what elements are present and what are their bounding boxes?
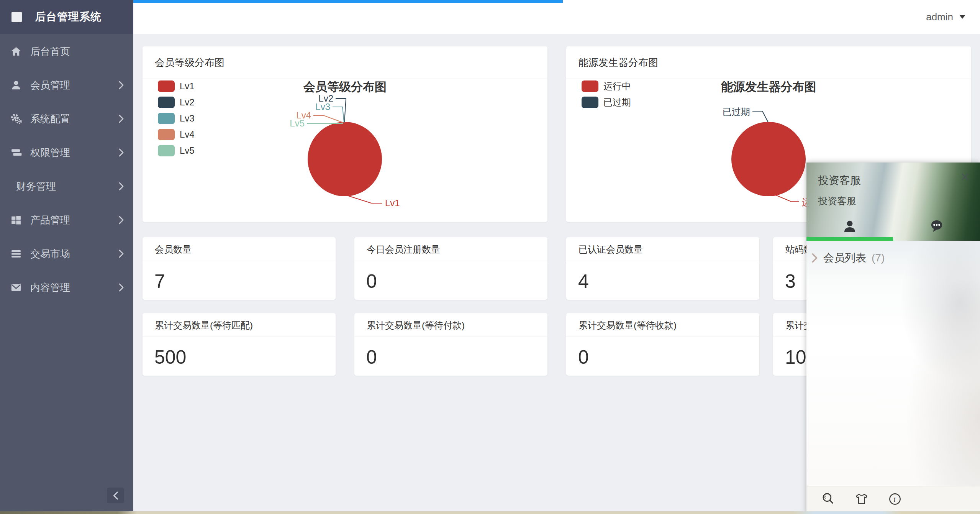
legend-item[interactable]: 已过期	[582, 97, 631, 108]
chevron-right-icon	[118, 182, 124, 191]
customer-service-widget: 投资客服 投资客服 × 会员列表 (7)	[806, 163, 980, 514]
sidebar-item-permissions[interactable]: 权限管理	[0, 136, 133, 169]
stat-card-today-registered: 今日会员注册数量 0	[354, 237, 547, 300]
close-icon[interactable]: ×	[961, 169, 969, 184]
stat-value: 0	[354, 337, 547, 368]
stat-card-trades-receiving: 累计交易数量(等待收款) 0	[566, 313, 759, 376]
chevron-right-icon	[118, 80, 124, 90]
person-icon	[842, 218, 858, 234]
dashboard-screen: admin 后台管理系统 后台首页 会员管理	[0, 0, 980, 514]
card-title: 会员等级分布图	[143, 46, 547, 79]
legend-item[interactable]: 运行中	[582, 80, 631, 92]
member-list-count: (7)	[872, 252, 885, 264]
active-tab-indicator	[806, 237, 893, 241]
legend-swatch	[582, 80, 598, 92]
legend-item[interactable]: Lv4	[158, 129, 195, 140]
legend-swatch	[158, 97, 175, 108]
card-title: 能源发生器分布图	[566, 46, 971, 79]
chevron-right-icon	[118, 215, 124, 225]
home-icon	[10, 46, 23, 57]
stat-value: 0	[566, 337, 759, 368]
pie-label: Lv5	[290, 118, 305, 129]
shirt-icon[interactable]	[853, 491, 870, 507]
user-dropdown[interactable]: admin	[926, 0, 965, 34]
mail-icon	[10, 282, 23, 293]
member-list-label: 会员列表	[823, 251, 866, 265]
bottom-edge-strip	[0, 511, 980, 514]
legend-swatch	[158, 145, 175, 156]
tab-contacts[interactable]	[806, 215, 893, 237]
legend-swatch	[158, 129, 175, 140]
app-title: 后台管理系统	[35, 10, 102, 24]
windows-icon	[10, 214, 23, 226]
loading-progress-bar	[133, 0, 563, 3]
info-icon[interactable]: i	[887, 491, 903, 507]
stat-card-members: 会员数量 7	[143, 237, 336, 300]
sidebar: 后台管理系统 后台首页 会员管理	[0, 0, 133, 514]
member-list-toggle[interactable]: 会员列表 (7)	[811, 251, 885, 265]
username: admin	[926, 11, 953, 23]
sidebar-collapse-button[interactable]	[107, 488, 124, 503]
sidebar-item-members[interactable]: 会员管理	[0, 68, 133, 102]
chat-subtitle: 投资客服	[818, 195, 856, 207]
legend-swatch	[158, 80, 175, 92]
legend-swatch	[158, 113, 175, 124]
pie-label: Lv3	[315, 102, 330, 112]
stat-card-trades-paying: 累计交易数量(等待付款) 0	[354, 313, 547, 376]
pie-label: 已过期	[723, 106, 750, 118]
chevron-left-icon	[113, 491, 119, 500]
chat-bubble-icon	[928, 218, 945, 234]
sidebar-menu: 后台首页 会员管理 系统配置	[0, 34, 133, 304]
chat-title: 投资客服	[818, 173, 861, 188]
legend-item[interactable]: Lv2	[158, 97, 195, 108]
caret-down-icon	[959, 15, 965, 19]
chevron-right-icon	[118, 283, 124, 292]
sidebar-item-market[interactable]: 交易市场	[0, 237, 133, 271]
chevron-right-icon	[118, 249, 124, 258]
pie-label: Lv1	[385, 198, 400, 209]
stat-value: 500	[143, 337, 336, 368]
chevron-right-icon	[811, 253, 818, 263]
legend-item[interactable]: Lv1	[158, 80, 195, 92]
chevron-right-icon	[118, 114, 124, 123]
legend-item[interactable]: Lv5	[158, 145, 195, 156]
chevron-right-icon	[118, 148, 124, 157]
menu-bars-icon	[10, 248, 23, 259]
sidebar-item-finance[interactable]: 财务管理	[0, 169, 133, 203]
stat-value: 4	[566, 261, 759, 292]
legend-item[interactable]: Lv3	[158, 113, 195, 124]
pie-chart-member-level[interactable]	[308, 122, 382, 196]
stat-card-verified-members: 已认证会员数量 4	[566, 237, 759, 300]
gears-icon	[10, 113, 23, 125]
sidebar-item-home[interactable]: 后台首页	[0, 34, 133, 68]
tab-messages[interactable]	[893, 215, 980, 237]
sidebar-item-system-config[interactable]: 系统配置	[0, 102, 133, 136]
chart-title: 会员等级分布图	[143, 79, 547, 95]
chart-legend: 运行中 已过期	[582, 80, 631, 108]
search-icon[interactable]	[820, 491, 836, 507]
stat-card-trades-matching: 累计交易数量(等待匹配) 500	[143, 313, 336, 376]
sidebar-item-content[interactable]: 内容管理	[0, 271, 133, 304]
stat-value: 0	[354, 261, 547, 292]
pie-chart-energy[interactable]	[731, 122, 806, 196]
sidebar-item-products[interactable]: 产品管理	[0, 203, 133, 237]
topbar	[133, 0, 980, 34]
legend-swatch	[582, 97, 598, 108]
chart-legend: Lv1 Lv2 Lv3 Lv4 Lv5	[158, 80, 195, 156]
svg-text:i: i	[893, 496, 895, 503]
chat-footer: i	[806, 486, 980, 512]
chat-header: 投资客服 投资客服 ×	[806, 163, 980, 241]
chat-body: 会员列表 (7)	[806, 241, 980, 486]
user-icon	[10, 79, 23, 91]
stat-value: 7	[143, 261, 336, 292]
app-logo-icon	[11, 12, 22, 22]
server-icon	[10, 147, 23, 158]
chat-tabs	[806, 215, 980, 237]
member-level-chart-card: 会员等级分布图 会员等级分布图 Lv1 Lv2 Lv3 Lv4 Lv5 Lv2 …	[143, 46, 547, 222]
sidebar-header: 后台管理系统	[0, 0, 133, 34]
